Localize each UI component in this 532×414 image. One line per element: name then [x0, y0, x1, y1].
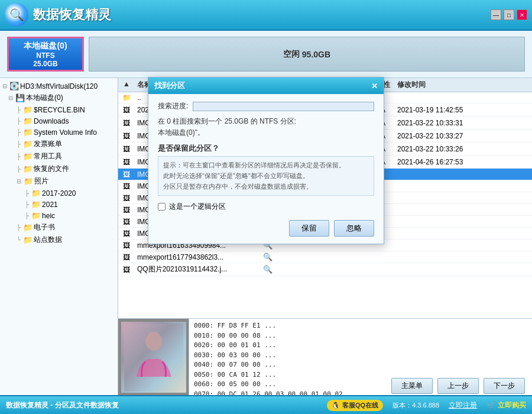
dialog-found-text: 在 0 柱面搜索到一个 25.0GB 的 NTFS 分区: 本地磁盘(0)"。 — [158, 116, 374, 138]
dialog-overlay: 找到分区 ✕ 搜索进度: 在 0 柱面搜索到一个 25.0GB 的 NTFS 分… — [0, 0, 532, 414]
search-progress-label: 搜索进度: — [158, 101, 188, 111]
dialog-buttons: 保留 忽略 — [158, 218, 374, 237]
logical-partition-label: 这是一个逻辑分区 — [169, 202, 226, 212]
progress-bar — [193, 102, 374, 111]
dialog-title-bar: 找到分区 ✕ — [148, 77, 384, 94]
logical-partition-checkbox[interactable] — [158, 203, 166, 211]
dialog-checkbox-row: 这是一个逻辑分区 — [158, 202, 374, 212]
dialog-title: 找到分区 — [154, 80, 185, 91]
keep-button[interactable]: 保留 — [289, 220, 329, 237]
dialog-hint: 提示：可在主窗口中查看新分区的详细情况后再决定是否保留。 此时无论选择"保留"还… — [158, 156, 374, 196]
find-partition-dialog: 找到分区 ✕ 搜索进度: 在 0 柱面搜索到一个 25.0GB 的 NTFS 分… — [148, 77, 384, 244]
dialog-close-icon[interactable]: ✕ — [371, 82, 378, 90]
ignore-button[interactable]: 忽略 — [334, 220, 374, 237]
dialog-question: 是否保留此分区？ — [158, 143, 374, 154]
dialog-content: 搜索进度: 在 0 柱面搜索到一个 25.0GB 的 NTFS 分区: 本地磁盘… — [148, 94, 384, 244]
search-progress-row: 搜索进度: — [158, 101, 374, 111]
main-content: ⊟ 💽 HD3:MsftVirtualDisk(120 ⊟ 💾 本地磁盘(0) … — [0, 78, 532, 395]
